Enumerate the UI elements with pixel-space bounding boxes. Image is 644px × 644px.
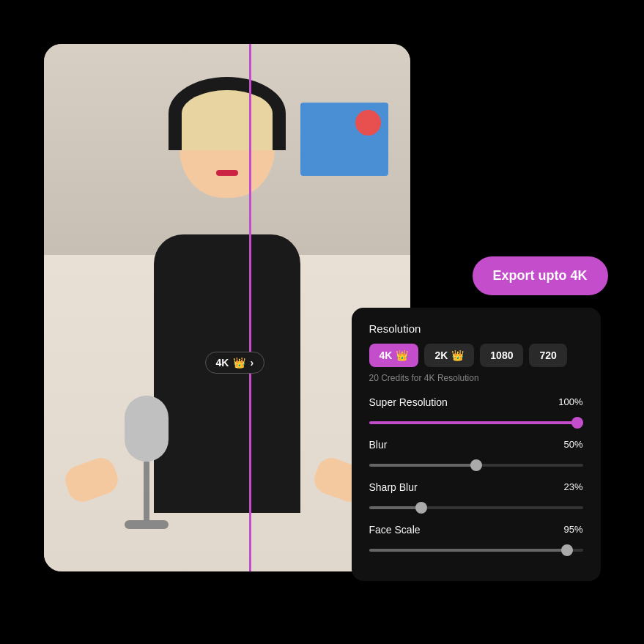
export-button[interactable]: Export upto 4K	[473, 256, 608, 295]
badge-label: 4K	[216, 357, 229, 369]
resolution-row: 4K 👑 2K 👑 1080 720	[369, 344, 583, 367]
blur-label: Blur	[369, 439, 388, 451]
sharp-blur-header: Sharp Blur 23%	[369, 481, 583, 493]
super-resolution-section: Super Resolution 100%	[369, 396, 583, 427]
body	[154, 234, 300, 513]
microphone	[117, 396, 176, 528]
res-2k-icon: 👑	[451, 349, 464, 361]
face-scale-section: Face Scale 95%	[369, 524, 583, 555]
blur-slider[interactable]	[369, 464, 583, 467]
left-hand	[61, 454, 122, 506]
headphones	[169, 77, 286, 150]
resolution-label: Resolution	[369, 322, 583, 335]
res-720-label: 720	[539, 349, 556, 361]
controls-panel: Resolution 4K 👑 2K 👑 1080 720 20 Credits…	[352, 308, 601, 581]
res-1080-button[interactable]: 1080	[480, 344, 523, 367]
res-1080-label: 1080	[490, 349, 513, 361]
blur-header: Blur 50%	[369, 439, 583, 451]
res-2k-label: 2K	[434, 349, 448, 361]
res-2k-button[interactable]: 2K 👑	[424, 344, 474, 367]
res-4k-icon: 👑	[396, 349, 408, 361]
res-4k-label: 4K	[380, 349, 393, 361]
face-scale-slider[interactable]	[369, 549, 583, 552]
main-container: 4K 👑 › Export upto 4K Resolution 4K 👑 2K…	[44, 44, 601, 601]
crown-icon: 👑	[233, 357, 245, 369]
sharp-blur-section: Sharp Blur 23%	[369, 481, 583, 512]
super-resolution-label: Super Resolution	[369, 396, 448, 408]
super-resolution-slider[interactable]	[369, 421, 583, 424]
face-scale-label: Face Scale	[369, 524, 421, 536]
blur-value: 50%	[563, 439, 582, 450]
credits-text: 20 Credits for 4K Resolution	[369, 373, 583, 383]
arrow-icon: ›	[250, 357, 253, 369]
4k-badge[interactable]: 4K 👑 ›	[205, 352, 265, 374]
sharp-blur-slider[interactable]	[369, 506, 583, 509]
wall-art	[300, 103, 388, 176]
sharp-blur-label: Sharp Blur	[369, 481, 418, 493]
divider-line	[249, 44, 251, 571]
res-720-button[interactable]: 720	[529, 344, 566, 367]
face-scale-header: Face Scale 95%	[369, 524, 583, 536]
blur-section: Blur 50%	[369, 439, 583, 470]
super-resolution-header: Super Resolution 100%	[369, 396, 583, 408]
res-4k-button[interactable]: 4K 👑	[369, 344, 419, 367]
super-resolution-value: 100%	[558, 396, 582, 407]
sharp-blur-value: 23%	[563, 481, 582, 492]
face-scale-value: 95%	[563, 524, 582, 535]
